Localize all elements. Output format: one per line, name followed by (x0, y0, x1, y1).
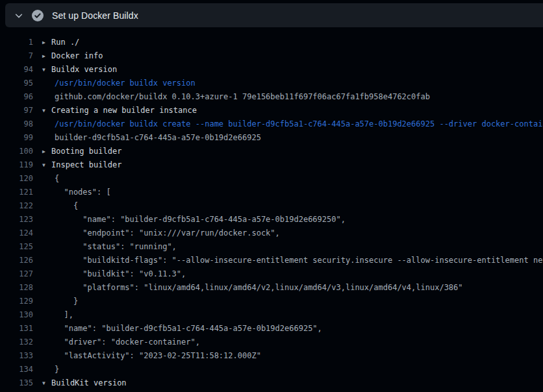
line-number[interactable]: 128 (0, 281, 33, 295)
log-text: "buildkit": "v0.11.3", (55, 267, 186, 281)
log-text: { (55, 172, 59, 186)
log-line: 129 } (0, 295, 543, 308)
log-line: 124 "endpoint": "unix:///var/run/docker.… (0, 227, 543, 240)
line-number[interactable]: 132 (0, 336, 33, 349)
line-number[interactable]: 127 (0, 267, 33, 281)
log-group-title[interactable]: Run ./ (51, 36, 79, 49)
log-group-title[interactable]: Creating a new builder instance (51, 104, 197, 117)
log-line: 98/usr/bin/docker buildx create --name b… (0, 117, 543, 131)
line-number[interactable]: 124 (0, 227, 33, 240)
log-line: 131 "name": "builder-d9cfb5a1-c764-445a-… (0, 322, 543, 336)
log-line: 135▼BuildKit version (0, 376, 543, 390)
line-number[interactable]: 131 (0, 322, 33, 336)
check-circle-icon (32, 10, 44, 21)
line-number[interactable]: 7 (0, 49, 33, 63)
log-group-title[interactable]: Inspect builder (51, 158, 121, 172)
log-text: "platforms": "linux/amd64,linux/amd64/v2… (55, 281, 463, 295)
chevron-right-icon[interactable]: ▶ (42, 145, 51, 158)
log-line: 7▶Docker info (0, 49, 543, 63)
log-line: 123 "name": "builder-d9cfb5a1-c764-445a-… (0, 213, 543, 227)
line-number[interactable]: 96 (0, 90, 33, 104)
log-text: /usr/bin/docker buildx version (55, 77, 196, 90)
chevron-down-icon[interactable]: ▼ (42, 158, 51, 172)
log-line: 119▼Inspect builder (0, 158, 543, 172)
line-number[interactable]: 122 (0, 199, 33, 213)
line-number[interactable]: 121 (0, 186, 33, 199)
log-line: 122 { (0, 199, 543, 213)
log-group-title[interactable]: Docker info (51, 49, 103, 63)
log-line: 94▼Buildx version (0, 63, 543, 77)
log-view: 1▶Run ./7▶Docker info94▼Buildx version95… (0, 36, 543, 392)
log-line: 133 "lastActivity": "2023-02-25T11:58:12… (0, 349, 543, 363)
line-number[interactable]: 100 (0, 145, 33, 158)
log-text: "name": "builder-d9cfb5a1-c764-445a-a57e… (55, 213, 346, 227)
log-text: github.com/docker/buildx 0.10.3+azure-1 … (55, 90, 430, 104)
line-number[interactable]: 1 (0, 36, 33, 49)
chevron-down-icon[interactable]: ▼ (42, 376, 51, 390)
log-text: "endpoint": "unix:///var/run/docker.sock… (55, 227, 280, 240)
log-line: 126 "buildkitd-flags": "--allow-insecure… (0, 254, 543, 267)
chevron-right-icon[interactable]: ▶ (42, 36, 51, 49)
line-number[interactable]: 119 (0, 158, 33, 172)
log-text: } (55, 295, 78, 308)
log-group-title[interactable]: BuildKit version (51, 376, 127, 390)
chevron-down-icon[interactable]: ▼ (42, 63, 51, 77)
log-line: 127 "buildkit": "v0.11.3", (0, 267, 543, 281)
step-title: Set up Docker Buildx (52, 10, 138, 21)
log-text: ], (55, 308, 73, 322)
log-text: "buildkitd-flags": "--allow-insecure-ent… (55, 254, 543, 267)
line-number[interactable]: 125 (0, 240, 33, 254)
log-text: "status": "running", (55, 240, 177, 254)
chevron-right-icon[interactable]: ▶ (42, 49, 51, 63)
log-line: 1▶Run ./ (0, 36, 543, 49)
line-number[interactable]: 97 (0, 104, 33, 117)
line-number[interactable]: 95 (0, 77, 33, 90)
log-text: "name": "builder-d9cfb5a1-c764-445a-a57e… (55, 322, 322, 336)
step-header[interactable]: Set up Docker Buildx (5, 3, 543, 27)
line-number[interactable]: 94 (0, 63, 33, 77)
log-line: 96github.com/docker/buildx 0.10.3+azure-… (0, 90, 543, 104)
line-number[interactable]: 123 (0, 213, 33, 227)
log-line: 100▶Booting builder (0, 145, 543, 158)
log-group-title[interactable]: Booting builder (51, 145, 121, 158)
log-text: "driver": "docker-container", (55, 336, 200, 349)
log-line: 120{ (0, 172, 543, 186)
log-text: builder-d9cfb5a1-c764-445a-a57e-0b19d2e6… (55, 131, 261, 145)
log-line: 130 ], (0, 308, 543, 322)
log-text: { (55, 199, 78, 213)
chevron-down-icon[interactable] (12, 11, 26, 20)
log-line: 121 "nodes": [ (0, 186, 543, 199)
log-line: 134} (0, 363, 543, 376)
log-text: } (55, 363, 59, 376)
line-number[interactable]: 129 (0, 295, 33, 308)
line-number[interactable]: 134 (0, 363, 33, 376)
log-text: "lastActivity": "2023-02-25T11:58:12.000… (55, 349, 261, 363)
log-line: 95/usr/bin/docker buildx version (0, 77, 543, 90)
chevron-down-icon[interactable]: ▼ (42, 104, 51, 117)
log-line: 97▼Creating a new builder instance (0, 104, 543, 117)
line-number[interactable]: 98 (0, 117, 33, 131)
line-number[interactable]: 120 (0, 172, 33, 186)
log-line: 132 "driver": "docker-container", (0, 336, 543, 349)
line-number[interactable]: 135 (0, 376, 33, 390)
line-number[interactable]: 126 (0, 254, 33, 267)
log-line: 125 "status": "running", (0, 240, 543, 254)
log-text: "nodes": [ (55, 186, 111, 199)
log-line: 128 "platforms": "linux/amd64,linux/amd6… (0, 281, 543, 295)
log-line: 99builder-d9cfb5a1-c764-445a-a57e-0b19d2… (0, 131, 543, 145)
log-text: /usr/bin/docker buildx create --name bui… (55, 117, 543, 131)
line-number[interactable]: 133 (0, 349, 33, 363)
log-group-title[interactable]: Buildx version (51, 63, 117, 77)
line-number[interactable]: 130 (0, 308, 33, 322)
line-number[interactable]: 99 (0, 131, 33, 145)
